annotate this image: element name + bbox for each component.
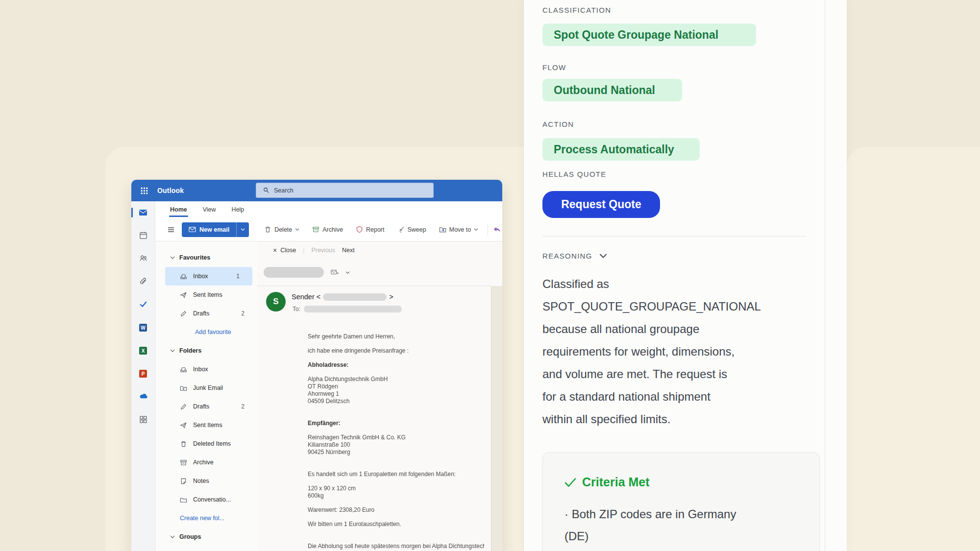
right-beige-card bbox=[847, 147, 980, 551]
word-icon[interactable]: W bbox=[138, 322, 148, 333]
inbox-icon bbox=[180, 273, 187, 280]
unread-count: 1 bbox=[236, 273, 240, 280]
app-launcher-waffle-icon[interactable] bbox=[140, 187, 148, 195]
favourite-sent-items[interactable]: Sent Items bbox=[155, 286, 257, 304]
ribbon-tabs: Home View Help bbox=[155, 201, 502, 218]
svg-text:P: P bbox=[142, 371, 145, 376]
check-icon bbox=[564, 478, 576, 487]
search-input[interactable]: Search bbox=[256, 183, 434, 198]
trash-icon bbox=[264, 226, 271, 233]
archive-button[interactable]: Archive bbox=[306, 222, 349, 237]
tab-home[interactable]: Home bbox=[170, 206, 187, 213]
envelope-icon bbox=[189, 226, 196, 233]
folder-archive[interactable]: Archive bbox=[155, 453, 257, 472]
hamburger-menu-icon[interactable] bbox=[167, 226, 175, 234]
report-button[interactable]: Report bbox=[349, 222, 391, 237]
move-folder-icon bbox=[439, 226, 446, 233]
onedrive-cloud-icon[interactable] bbox=[138, 391, 148, 402]
sweep-button[interactable]: Sweep bbox=[391, 222, 433, 237]
new-email-dropdown[interactable] bbox=[236, 222, 249, 237]
favourite-inbox[interactable]: Inbox 1 bbox=[165, 267, 252, 286]
sender-avatar: S bbox=[266, 292, 286, 311]
criteria-met-title: Criteria Met bbox=[582, 475, 650, 489]
to-label: To: bbox=[293, 306, 300, 312]
people-icon[interactable] bbox=[138, 253, 148, 264]
draft-count: 2 bbox=[241, 310, 245, 317]
criteria-item: · Both ZIP codes are in Germany (DE) bbox=[564, 503, 805, 547]
inbox-icon bbox=[180, 366, 187, 373]
outlook-titlebar: Outlook Search bbox=[131, 180, 502, 201]
pencil-draft-icon bbox=[180, 310, 187, 317]
reply-arrow-icon[interactable] bbox=[493, 226, 501, 233]
folder-notes[interactable]: Notes bbox=[155, 472, 257, 490]
favourites-header[interactable]: Favourites bbox=[155, 248, 257, 267]
classification-panel: CLASSIFICATION Spot Quote Groupage Natio… bbox=[523, 0, 847, 551]
criteria-met-card: Criteria Met · Both ZIP codes are in Ger… bbox=[542, 452, 820, 551]
archive-icon bbox=[312, 226, 319, 233]
folder-sent-items[interactable]: Sent Items bbox=[155, 416, 257, 434]
reasoning-label: REASONING bbox=[542, 252, 592, 260]
search-icon bbox=[263, 187, 270, 193]
previous-button[interactable]: Previous bbox=[311, 247, 335, 254]
request-quote-button[interactable]: Request Quote bbox=[542, 191, 660, 218]
create-new-folder-link[interactable]: Create new fol... bbox=[155, 509, 257, 527]
redacted-recipient bbox=[304, 306, 402, 312]
email-paragraph: Sehr geehrte Damen und Herren, bbox=[308, 333, 485, 340]
chevron-down-icon bbox=[295, 228, 299, 231]
next-button[interactable]: Next bbox=[342, 247, 355, 254]
move-to-button[interactable]: Move to bbox=[433, 222, 485, 237]
todo-check-icon[interactable] bbox=[138, 299, 148, 310]
classification-value-badge: Spot Quote Groupage National bbox=[542, 24, 756, 46]
outlook-window: Outlook Search bbox=[131, 180, 502, 551]
close-icon: × bbox=[273, 246, 277, 254]
excel-icon[interactable]: X bbox=[138, 345, 148, 356]
chevron-down-icon bbox=[170, 349, 175, 353]
reading-pane: × Close | Previous Next bbox=[257, 241, 502, 551]
chevron-down-icon bbox=[474, 228, 478, 231]
email-paragraph: Reinshagen Technik GmbH & Co. KG Kilians… bbox=[308, 434, 485, 456]
folder-pane: Favourites Inbox 1 Sent Items bbox=[155, 241, 257, 551]
more-apps-grid-icon[interactable] bbox=[138, 414, 148, 425]
divider: | bbox=[303, 247, 304, 254]
reasoning-toggle[interactable]: REASONING bbox=[542, 252, 847, 260]
email-paragraph: Wir bitten um 1 Eurotauschpaletten. bbox=[308, 521, 485, 528]
new-email-button[interactable]: New email bbox=[182, 222, 249, 237]
mail-forward-icon bbox=[331, 269, 339, 276]
svg-text:X: X bbox=[142, 348, 145, 353]
hellas-quote-label: HELLAS QUOTE bbox=[542, 170, 847, 178]
folder-inbox[interactable]: Inbox bbox=[155, 360, 257, 379]
email-paragraph: Abholadresse: bbox=[308, 361, 485, 369]
chevron-down-icon bbox=[599, 253, 607, 259]
archive-icon bbox=[180, 459, 187, 466]
chevron-down-icon[interactable] bbox=[345, 271, 350, 274]
folders-header[interactable]: Folders bbox=[155, 341, 257, 360]
folder-icon bbox=[180, 496, 187, 503]
favourite-drafts[interactable]: Drafts 2 bbox=[155, 304, 257, 323]
add-favourite-link[interactable]: Add favourite bbox=[155, 323, 257, 341]
broom-sweep-icon bbox=[397, 226, 405, 233]
classification-label: CLASSIFICATION bbox=[542, 6, 847, 14]
powerpoint-icon[interactable]: P bbox=[138, 368, 148, 379]
attachment-paperclip-icon[interactable] bbox=[138, 276, 148, 287]
redacted-sender-address bbox=[323, 293, 387, 301]
toolbar-separator bbox=[488, 224, 488, 235]
folder-drafts[interactable]: Drafts 2 bbox=[155, 397, 257, 416]
search-label: Search bbox=[274, 187, 294, 194]
folder-conversation-history[interactable]: Conversatio... bbox=[155, 490, 257, 509]
calendar-icon[interactable] bbox=[138, 230, 148, 240]
mail-icon[interactable] bbox=[138, 207, 148, 217]
divider bbox=[257, 286, 491, 286]
vertical-scrollbar[interactable] bbox=[491, 286, 502, 551]
close-button[interactable]: × Close bbox=[273, 246, 296, 254]
folder-junk-email[interactable]: Junk Email bbox=[155, 379, 257, 397]
groups-header[interactable]: Groups bbox=[155, 527, 257, 546]
tab-view[interactable]: View bbox=[203, 206, 216, 213]
page: Outlook Search bbox=[0, 0, 980, 551]
junk-folder-icon bbox=[180, 384, 187, 392]
flow-value-badge: Outbound National bbox=[542, 79, 682, 101]
delete-button[interactable]: Delete bbox=[258, 222, 306, 237]
tab-help[interactable]: Help bbox=[232, 206, 245, 213]
reasoning-text: Classified as SPOT_QUOTE_GROUPAGE_NATION… bbox=[542, 273, 824, 431]
folder-deleted-items[interactable]: Deleted Items bbox=[155, 434, 257, 453]
email-paragraph: Alpha Dichtungstechnik GmbH OT Rödgen Ah… bbox=[308, 376, 485, 405]
